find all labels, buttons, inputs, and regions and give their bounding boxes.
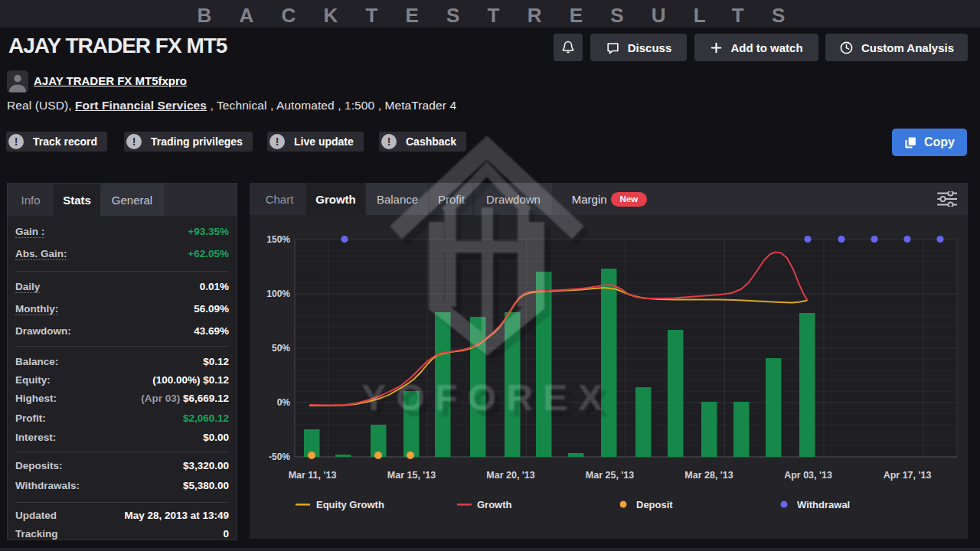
svg-text:Withdrawal: Withdrawal <box>797 499 850 510</box>
svg-text:0%: 0% <box>277 397 291 408</box>
svg-text:Mar 28, '13: Mar 28, '13 <box>684 470 733 481</box>
svg-text:Mar 15, '13: Mar 15, '13 <box>387 470 436 481</box>
svg-text:Equity Growth: Equity Growth <box>316 499 384 510</box>
svg-text:-50%: -50% <box>269 452 290 462</box>
svg-text:Mar 25, '13: Mar 25, '13 <box>586 470 634 481</box>
svg-text:Apr 17, '13: Apr 17, '13 <box>884 470 932 481</box>
svg-text:50%: 50% <box>272 343 290 354</box>
svg-text:Deposit: Deposit <box>636 499 673 510</box>
svg-text:150%: 150% <box>266 234 290 245</box>
svg-text:Growth: Growth <box>477 499 512 510</box>
svg-text:Mar 11, '13: Mar 11, '13 <box>289 470 337 481</box>
svg-text:Apr 03, '13: Apr 03, '13 <box>784 470 832 481</box>
svg-text:YOFOREX: YOFOREX <box>361 377 612 418</box>
svg-text:Mar 20, '13: Mar 20, '13 <box>486 470 534 481</box>
svg-text:100%: 100% <box>266 289 290 299</box>
